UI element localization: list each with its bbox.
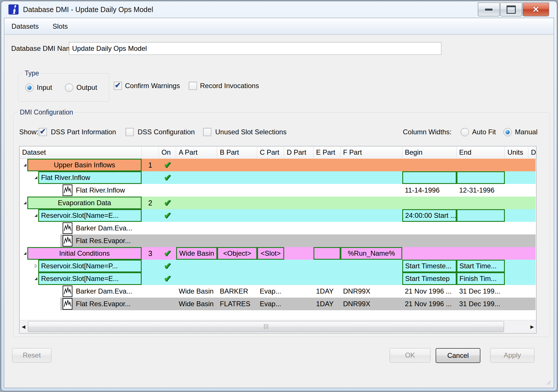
dss-configuration-checkbox[interactable]: ✔ [126,128,134,136]
table-row-1-group[interactable]: Upper Basin Inflows1✔ [20,159,536,171]
column-header-begin[interactable]: Begin [402,146,457,158]
cancel-button[interactable]: Cancel [436,348,480,363]
window-title: Database DMI - Update Daily Ops Model [23,1,153,18]
expander-expanded-icon[interactable] [33,276,39,281]
column-header-a[interactable]: A Part [176,146,217,158]
type-groupbox-label: Type [22,69,41,77]
begin-part-cell-box[interactable]: Start Timestep [402,272,457,285]
minimize-icon [485,9,492,11]
slot-selection-name-box[interactable]: Flat River.Inflow [38,171,142,184]
table-row-2-selection[interactable]: Flat River.Inflow✔ [20,171,536,184]
f-part-cell-box[interactable]: %Run_Name% [340,247,402,260]
on-checkmark-icon[interactable]: ✔ [159,171,176,184]
table-row-6-slot[interactable]: Barker Dam.Eva... [20,222,536,234]
on-checkmark-icon[interactable]: ✔ [159,260,176,272]
column-header-c[interactable]: C Part [257,146,284,158]
record-invocations-label: Record Invocations [200,81,259,91]
record-invocations-checkbox[interactable]: ✔ [189,82,197,90]
input-radio[interactable] [25,84,34,92]
table-row-7-slot[interactable]: Flat Res.Evapor... [20,234,536,247]
dss-part-information-checkbox[interactable]: ✔ [39,128,47,136]
slot-selection-name-box[interactable]: Reservoir.Slot[Name=E... [38,209,142,222]
ok-button[interactable]: OK [390,348,430,362]
on-checkmark-icon[interactable]: ✔ [159,159,176,171]
dataset-table[interactable]: DatasetOnA PartB PartC PartD PartE PartF… [19,146,536,333]
menu-item-slots[interactable]: Slots [46,18,75,34]
scrollbar-thumb[interactable] [28,321,504,332]
table-row-3-slot[interactable]: Flat River.Inflow11-14-199612-31-1996 [20,184,536,197]
end-part-cell-box[interactable] [457,171,505,184]
output-radio[interactable] [65,84,73,92]
begin-part-cell-text: 21 Nov 1996 ... [405,298,457,310]
end-part-cell-box[interactable] [457,209,505,222]
table-body: Upper Basin Inflows1✔Flat River.Inflow✔F… [20,159,536,310]
dmi-configuration-groupbox: DMI Configuration Show: ✔ DSS Part Infor… [13,112,550,337]
a-part-cell-text: Wide Basin [179,298,217,310]
confirm-warnings-checkbox[interactable]: ✔ [114,82,122,90]
apply-button[interactable]: Apply [490,348,534,362]
begin-part-cell-box[interactable] [402,171,457,184]
unused-slot-selections-checkbox[interactable]: ✔ [203,128,211,136]
thumb-grip-icon [266,324,266,329]
column-header-dataset[interactable]: Dataset [20,146,142,158]
slot-timeseries-icon [63,286,72,297]
slot-selection-name-box[interactable]: Reservoir.Slot[Name=E... [38,272,142,285]
expander-expanded-icon[interactable] [33,175,39,180]
e-part-cell-box[interactable] [313,247,340,260]
end-part-cell-box[interactable]: Start Time... [457,260,505,272]
confirm-warnings-label: Confirm Warnings [125,81,180,91]
slot-name-label: Flat River.Inflow [76,184,141,197]
menu-item-datasets[interactable]: Datasets [5,18,46,34]
a-part-cell-box[interactable]: Wide Basin [176,247,217,260]
dataset-group-name-box[interactable]: Initial Conditions [27,247,142,260]
column-header-num[interactable] [142,146,159,158]
end-part-cell-box[interactable]: Finish Tim... [457,272,505,285]
e-part-cell-text: 1DAY [316,285,340,298]
column-header-b[interactable]: B Part [217,146,257,158]
minimize-button[interactable] [478,3,500,16]
table-row-12-slot[interactable]: Flat Res.Evapor...Wide BasinFLATRESEvap.… [20,298,536,310]
expander-collapsed-icon[interactable] [33,263,39,269]
expander-expanded-icon[interactable] [22,251,28,256]
column-header-on[interactable]: On [159,146,176,158]
on-checkmark-icon[interactable]: ✔ [159,197,176,209]
column-header-f[interactable]: F Part [340,146,402,158]
dataset-group-name-box[interactable]: Evaporation Data [27,197,142,209]
column-header-d[interactable]: D Part [284,146,313,158]
table-row-8-group[interactable]: Initial Conditions3✔Wide Basin<Object><S… [20,247,536,260]
table-row-9-selection[interactable]: Reservoir.Slot[Name=P...✔Start Timeste..… [20,260,536,272]
maximize-button[interactable] [500,3,522,16]
expander-expanded-icon[interactable] [22,200,28,205]
begin-part-cell-box[interactable]: 24:00:00 Start ... [402,209,457,222]
b-part-cell-box[interactable]: <Object> [217,247,257,260]
scroll-right-arrow-icon[interactable]: ▶ [528,320,536,333]
slot-name-label: Flat Res.Evapor... [76,298,141,310]
thumb-grip-icon [268,324,268,329]
dmi-name-input[interactable] [69,42,441,55]
expander-expanded-icon[interactable] [33,213,39,218]
title-bar[interactable]: Database DMI - Update Daily Ops Model ✕ [1,1,557,18]
dataset-group-name-box[interactable]: Upper Basin Inflows [27,159,142,171]
auto-fit-radio[interactable] [461,128,469,136]
c-part-cell-box[interactable]: <Slot> [257,247,284,260]
table-row-4-group[interactable]: Evaporation Data2✔ [20,197,536,209]
manual-radio[interactable] [503,128,512,136]
slot-selection-name-box[interactable]: Reservoir.Slot[Name=P... [38,260,142,272]
horizontal-scrollbar[interactable]: ◀ ▶ [20,320,536,333]
on-checkmark-icon[interactable]: ✔ [159,272,176,285]
table-row-5-selection[interactable]: Reservoir.Slot[Name=E...✔24:00:00 Start … [20,209,536,222]
column-header-units[interactable]: Units [505,146,528,158]
table-row-10-selection[interactable]: Reservoir.Slot[Name=E...✔Start TimestepF… [20,272,536,285]
column-header-end[interactable]: End [457,146,505,158]
close-button[interactable]: ✕ [523,3,549,16]
expander-expanded-icon[interactable] [22,162,28,168]
table-row-11-slot[interactable]: Barker Dam.Eva...Wide BasinBARKEREvap...… [20,285,536,298]
column-header-e[interactable]: E Part [313,146,340,158]
on-checkmark-icon[interactable]: ✔ [159,247,176,260]
resize-grip-icon[interactable] [544,379,552,386]
column-header-dlast[interactable]: D [528,146,536,158]
begin-part-cell-box[interactable]: Start Timeste... [402,260,457,272]
reset-button[interactable]: Reset [12,348,51,362]
on-checkmark-icon[interactable]: ✔ [159,209,176,222]
scroll-left-arrow-icon[interactable]: ◀ [20,320,27,333]
